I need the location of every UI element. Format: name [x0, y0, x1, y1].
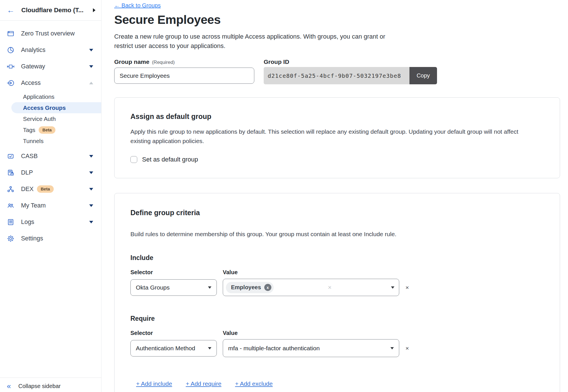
default-group-checkbox-row: Set as default group [130, 156, 544, 163]
sidebar-item-dex[interactable]: DEX Beta [0, 181, 101, 197]
sidebar-item-gateway[interactable]: Gateway [0, 58, 101, 75]
chevron-down-icon [391, 286, 394, 289]
value-tag-label: Employees [231, 284, 261, 291]
selector-column-label: Selector [130, 269, 223, 276]
sidebar-item-service-auth[interactable]: Service Auth [0, 113, 101, 124]
group-id-field: Group ID d21ce80f-5a25-4bcf-9b07-5032197… [264, 58, 437, 84]
beta-badge: Beta [37, 185, 54, 193]
sidebar-item-access[interactable]: Access [0, 75, 101, 91]
include-section-label: Include [130, 254, 544, 262]
collapse-sidebar-icon: « [7, 382, 11, 390]
sidebar-item-label: Access [21, 79, 41, 87]
collapse-sidebar-label: Collapse sidebar [18, 383, 61, 389]
gateway-icon [7, 63, 14, 70]
add-include-link[interactable]: + Add include [136, 380, 172, 387]
require-value: mfa - multiple-factor authentication [228, 345, 320, 352]
add-require-link[interactable]: + Add require [186, 380, 222, 387]
sidebar: ← Cloudflare Demo (T... Zero Trust overv… [0, 0, 101, 392]
set-default-checkbox[interactable] [130, 156, 137, 163]
sidebar-item-label: Gateway [21, 63, 45, 70]
my-team-people-icon [7, 202, 14, 209]
sidebar-item-access-groups[interactable]: Access Groups [11, 102, 101, 113]
beta-badge: Beta [39, 126, 55, 134]
sidebar-header: ← Cloudflare Demo (T... [0, 0, 101, 21]
logs-list-icon [7, 218, 14, 226]
chevron-right-icon[interactable] [93, 8, 95, 12]
sidebar-item-casb[interactable]: CASB [0, 148, 101, 164]
sidebar-item-label: Logs [21, 219, 34, 226]
sidebar-item-analytics[interactable]: Analytics [0, 42, 101, 58]
zero-trust-dashboard: ← Cloudflare Demo (T... Zero Trust overv… [0, 0, 568, 392]
criteria-title: Define group criteria [130, 209, 544, 217]
sidebar-item-label: CASB [21, 153, 38, 160]
sidebar-item-applications[interactable]: Applications [0, 91, 101, 102]
chevron-down-icon [208, 286, 211, 289]
selector-column-label: Selector [130, 330, 223, 337]
require-section-label: Require [130, 315, 544, 322]
remove-include-rule-icon[interactable]: × [405, 284, 409, 291]
require-selector-dropdown[interactable]: Authentication Method [130, 340, 217, 357]
require-value-dropdown[interactable]: mfa - multiple-factor authentication [223, 339, 399, 357]
required-hint: (Required) [152, 60, 175, 65]
group-name-id-row: Group name (Required) Group ID d21ce80f-… [114, 58, 568, 84]
access-submenu: Applications Access Groups Service Auth … [0, 91, 101, 146]
chevron-down-icon[interactable] [89, 65, 93, 68]
require-rule-row: Authentication Method mfa - multiple-fac… [130, 339, 544, 357]
sidebar-item-label: DLP [21, 169, 33, 176]
chevron-down-icon[interactable] [89, 171, 93, 174]
group-name-input[interactable] [114, 68, 254, 84]
clear-values-icon[interactable]: × [328, 284, 332, 291]
sidebar-item-logs[interactable]: Logs [0, 214, 101, 230]
include-selector-dropdown[interactable]: Okta Groups [130, 279, 217, 296]
default-group-title: Assign as default group [130, 112, 544, 121]
casb-icon [7, 152, 14, 160]
value-tag: Employees x [226, 282, 274, 293]
value-column-label: Value [223, 330, 238, 337]
add-rule-links: + Add include + Add require + Add exclud… [136, 380, 544, 387]
sidebar-item-my-team[interactable]: My Team [0, 197, 101, 214]
sidebar-item-label: Access Groups [23, 104, 66, 111]
chevron-down-icon [390, 347, 394, 349]
sidebar-item-label: Zero Trust overview [21, 30, 75, 37]
back-to-groups-link[interactable]: ← Back to Groups [114, 2, 161, 9]
group-id-label: Group ID [264, 58, 289, 65]
sidebar-nav: Zero Trust overview Analytics Gateway [0, 21, 101, 247]
chevron-down-icon[interactable] [89, 204, 93, 207]
sidebar-item-settings[interactable]: Settings [0, 230, 101, 247]
sidebar-item-label: Analytics [21, 47, 45, 54]
remove-require-rule-icon[interactable]: × [405, 345, 409, 352]
overview-window-icon [7, 30, 14, 37]
add-exclude-link[interactable]: + Add exclude [235, 380, 273, 387]
main-content: ← Back to Groups Secure Employees Create… [101, 0, 568, 392]
chevron-down-icon[interactable] [89, 221, 93, 223]
chevron-down-icon[interactable] [89, 49, 93, 51]
sidebar-item-label: Applications [23, 93, 55, 100]
chevron-down-icon[interactable] [89, 155, 93, 158]
collapse-sidebar-button[interactable]: « Collapse sidebar [0, 378, 101, 392]
page-description: Create a new rule group to use across mu… [114, 32, 396, 51]
page-title: Secure Employees [114, 13, 568, 27]
account-name[interactable]: Cloudflare Demo (T... [21, 7, 91, 14]
group-id-value: d21ce80f-5a25-4bcf-9b07-5032197e3be8 [264, 67, 409, 84]
analytics-pie-icon [7, 46, 14, 54]
sidebar-item-tags[interactable]: Tags Beta [0, 124, 101, 135]
chevron-up-icon[interactable] [89, 82, 93, 84]
sidebar-item-tunnels[interactable]: Tunnels [0, 135, 101, 146]
access-icon [7, 79, 14, 87]
back-arrow-icon[interactable]: ← [7, 7, 14, 14]
include-selector-value: Okta Groups [136, 284, 170, 291]
sidebar-item-dlp[interactable]: DLP [0, 164, 101, 181]
set-default-label: Set as default group [142, 156, 198, 163]
value-column-label: Value [223, 269, 238, 276]
gear-icon [7, 235, 14, 242]
default-group-description: Apply this rule group to new application… [130, 127, 534, 146]
include-value-multiselect[interactable]: Employees x × [223, 279, 399, 296]
dex-network-icon [7, 185, 14, 193]
chevron-down-icon[interactable] [89, 188, 93, 190]
sidebar-item-zero-trust-overview[interactable]: Zero Trust overview [0, 25, 101, 42]
sidebar-item-label: Service Auth [23, 116, 56, 122]
remove-tag-icon[interactable]: x [264, 284, 271, 291]
copy-button[interactable]: Copy [409, 67, 437, 84]
sidebar-item-label: Tunnels [23, 138, 43, 144]
criteria-description: Build rules to determine membership of t… [130, 229, 534, 239]
